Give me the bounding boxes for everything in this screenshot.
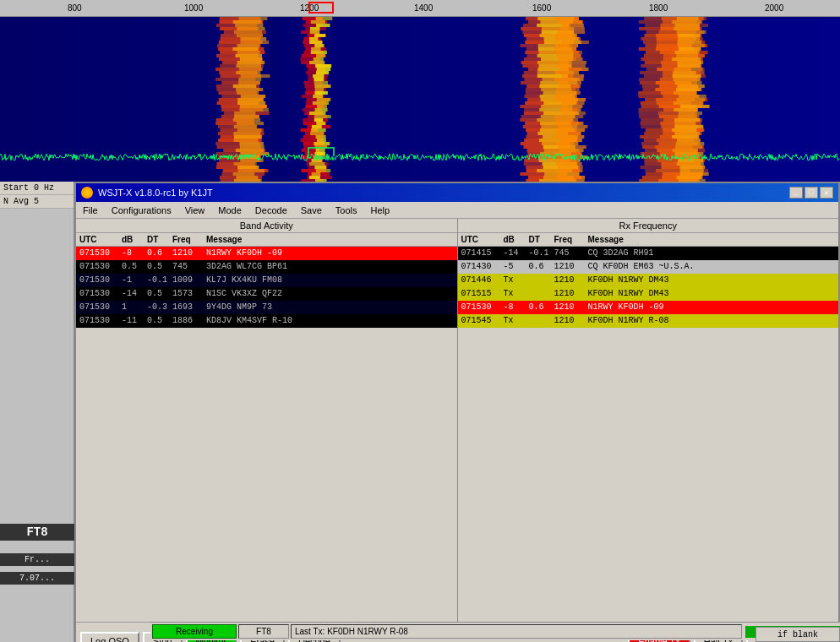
band-activity-panel: Band Activity UTC dB DT Freq Message 071… bbox=[76, 219, 458, 622]
freq-800: 800 bbox=[68, 3, 82, 13]
band-activity-body: 071530-80.61210N1RWY KF0DH -090715300.50… bbox=[76, 247, 457, 622]
freq-1600: 1600 bbox=[532, 3, 551, 13]
window-title: WSJT-X v1.8.0-rc1 by K1JT bbox=[98, 188, 213, 198]
rx-frequency-panel: Rx Frequency UTC dB DT Freq Message 0714… bbox=[458, 219, 839, 622]
minimize-button[interactable]: _ bbox=[789, 187, 803, 199]
waterfall-display bbox=[0, 17, 840, 182]
maximize-button[interactable]: □ bbox=[805, 187, 818, 199]
rx-frequency-row[interactable]: 071430-50.61210CQ KF0DH EM63 ~U.S.A. bbox=[458, 260, 839, 274]
menu-file[interactable]: File bbox=[76, 204, 105, 217]
rx-frequency-row[interactable]: 071545Tx1210KF0DH N1RWY R-08 bbox=[458, 314, 839, 328]
rx-frequency-header: UTC dB DT Freq Message bbox=[458, 233, 839, 247]
ba-col-utc: UTC bbox=[78, 234, 120, 245]
freq-1400: 1400 bbox=[414, 3, 433, 13]
freq-band-label: Fr... bbox=[0, 553, 74, 566]
ba-col-dt: DT bbox=[145, 234, 171, 245]
freq-marker bbox=[308, 2, 334, 14]
band-activity-row[interactable]: 0715301-0.316939Y4DG NM9P 73 bbox=[76, 301, 457, 314]
left-sidebar: Start 0 Hz N Avg 5 FT8 Fr... 7.07... bbox=[0, 182, 74, 642]
log-qso-button[interactable]: Log QSO bbox=[80, 632, 139, 642]
if-blank-label: if blank bbox=[777, 630, 818, 639]
window-controls: _ □ ✕ bbox=[789, 187, 833, 199]
rx-frequency-row[interactable]: 071515Tx1210KF0DH N1RWY DM43 bbox=[458, 287, 839, 301]
rx-frequency-body: 071415-14-0.1745CQ 3D2AG RH91071430-50.6… bbox=[458, 247, 839, 622]
band-activity-row[interactable]: 071530-80.61210N1RWY KF0DH -09 bbox=[76, 247, 457, 260]
menu-mode[interactable]: Mode bbox=[211, 204, 248, 217]
waterfall-area: 800 1000 1200 1400 1600 1800 2000 bbox=[0, 0, 840, 182]
close-button[interactable]: ✕ bbox=[820, 187, 833, 199]
menu-save[interactable]: Save bbox=[294, 204, 329, 217]
receiving-status: Receiving bbox=[152, 624, 237, 639]
band-activity-row[interactable]: 071530-110.51886KD8JV KM4SVF R-10 bbox=[76, 314, 457, 328]
rx-col-dt: DT bbox=[527, 234, 553, 245]
menu-configurations[interactable]: Configurations bbox=[105, 204, 178, 217]
menu-help[interactable]: Help bbox=[364, 204, 397, 217]
ft8-label: FT8 bbox=[0, 524, 74, 541]
freq-1000: 1000 bbox=[184, 3, 203, 13]
band-activity-title: Band Activity bbox=[76, 219, 457, 233]
rx-col-msg: Message bbox=[586, 234, 837, 245]
freq-2000: 2000 bbox=[765, 3, 783, 13]
rx-col-db: dB bbox=[502, 234, 527, 245]
window-title-area: WSJT-X v1.8.0-rc1 by K1JT bbox=[81, 187, 213, 199]
menu-view[interactable]: View bbox=[178, 204, 212, 217]
waterfall-canvas bbox=[0, 17, 840, 182]
menu-bar: File Configurations View Mode Decode Sav… bbox=[76, 202, 838, 219]
menu-tools[interactable]: Tools bbox=[329, 204, 364, 217]
sidebar-navg: N Avg 5 bbox=[0, 195, 74, 209]
rx-frequency-title: Rx Frequency bbox=[458, 219, 839, 233]
rx-col-freq: Freq bbox=[553, 234, 586, 245]
main-content: Band Activity UTC dB DT Freq Message 071… bbox=[76, 219, 838, 622]
rx-col-utc: UTC bbox=[460, 234, 502, 245]
ba-col-db: dB bbox=[120, 234, 145, 245]
last-tx-status: Last Tx: KF0DH N1RWY R-08 bbox=[291, 624, 742, 639]
bottom-bar: if blank bbox=[755, 627, 840, 642]
rx-frequency-row[interactable]: 071446Tx1210KF0DH N1RWY DM43 bbox=[458, 274, 839, 287]
ba-col-freq: Freq bbox=[171, 234, 205, 245]
wsjt-window: WSJT-X v1.8.0-rc1 by K1JT _ □ ✕ File Con… bbox=[74, 182, 840, 642]
freq-band-val: 7.07... bbox=[0, 572, 74, 585]
rx-frequency-row[interactable]: 071415-14-0.1745CQ 3D2AG RH91 bbox=[458, 247, 839, 260]
band-activity-row[interactable]: 071530-140.51573N1SC VK3XZ QF22 bbox=[76, 287, 457, 301]
title-bar: WSJT-X v1.8.0-rc1 by K1JT _ □ ✕ bbox=[76, 183, 838, 202]
freq-ruler: 800 1000 1200 1400 1600 1800 2000 bbox=[0, 0, 840, 17]
band-activity-row[interactable]: 0715300.50.57453D2AG WL7CG BP61 bbox=[76, 260, 457, 274]
rx-frequency-row[interactable]: 071530-80.61210N1RWY KF0DH -09 bbox=[458, 301, 839, 314]
app-icon bbox=[81, 187, 93, 199]
status-bar: Receiving FT8 Last Tx: KF0DH N1RWY R-08 … bbox=[150, 622, 840, 640]
ba-col-msg: Message bbox=[205, 234, 455, 245]
band-activity-row[interactable]: 071530-1-0.11009KL7J KX4KU FM08 bbox=[76, 274, 457, 287]
menu-decode[interactable]: Decode bbox=[248, 204, 294, 217]
mode-status: FT8 bbox=[238, 624, 289, 639]
freq-1800: 1800 bbox=[649, 3, 668, 13]
sidebar-start-hz: Start 0 Hz bbox=[0, 182, 74, 195]
band-activity-header: UTC dB DT Freq Message bbox=[76, 233, 457, 247]
